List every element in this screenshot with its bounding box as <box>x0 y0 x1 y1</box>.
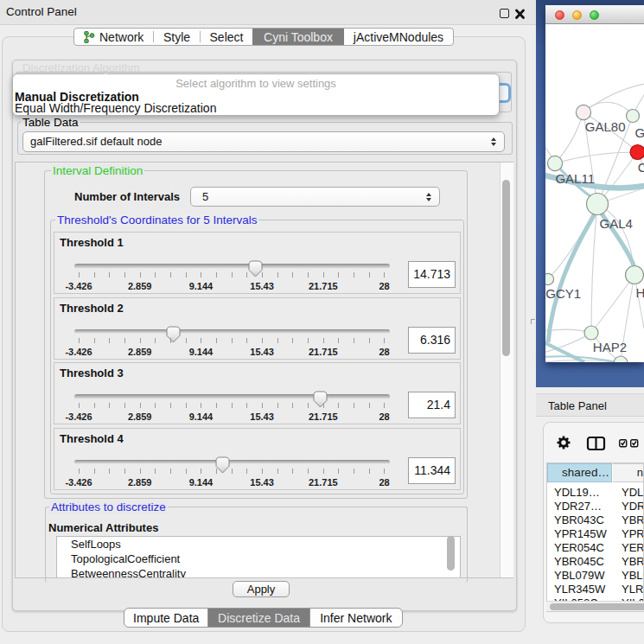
svg-text:H: H <box>636 285 644 300</box>
svg-text:GAL4: GAL4 <box>600 216 633 231</box>
svg-text:GA: GA <box>635 125 644 140</box>
svg-text:HAP2: HAP2 <box>593 340 627 354</box>
svg-text:GCY1: GCY1 <box>545 286 581 301</box>
svg-text:C: C <box>638 160 644 175</box>
svg-text:GAL11: GAL11 <box>555 171 595 186</box>
svg-text:GAL80: GAL80 <box>585 119 626 134</box>
